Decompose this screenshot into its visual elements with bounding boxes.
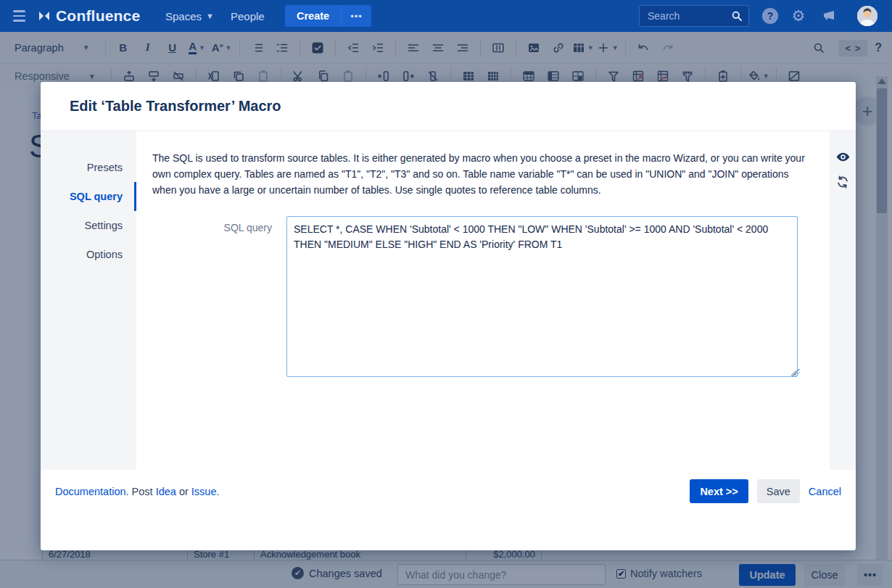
preview-eye-icon[interactable]: [835, 149, 851, 165]
tab-presets[interactable]: Presets: [41, 153, 136, 182]
confluence-logo-icon: [38, 9, 51, 22]
nav-people[interactable]: People: [231, 0, 265, 32]
dialog-tab-list: Presets SQL query Settings Options: [41, 131, 136, 470]
sql-description-text: The SQL is used to transform source tabl…: [152, 150, 812, 198]
next-button[interactable]: Next >>: [690, 479, 748, 503]
tab-sql-query[interactable]: SQL query: [41, 182, 136, 211]
dialog-side-toolbar: [830, 131, 856, 470]
dialog-title: Edit ‘Table Transformer’ Macro: [70, 98, 827, 115]
confluence-app: Confluence Spaces▼ People Create ••• ? ⚙…: [0, 0, 892, 588]
tab-settings[interactable]: Settings: [41, 211, 136, 240]
issue-link[interactable]: Issue: [191, 486, 217, 497]
refresh-icon[interactable]: [835, 174, 851, 190]
cancel-button[interactable]: Cancel: [809, 486, 841, 497]
dialog-header: Edit ‘Table Transformer’ Macro: [41, 82, 856, 131]
chevron-down-icon: ▼: [206, 12, 214, 20]
settings-gear-icon[interactable]: ⚙: [790, 8, 806, 24]
macro-edit-dialog: Edit ‘Table Transformer’ Macro Presets S…: [41, 82, 856, 550]
logo-text: Confluence: [56, 7, 140, 25]
save-button[interactable]: Save: [757, 479, 800, 503]
confluence-logo[interactable]: Confluence: [38, 0, 140, 32]
idea-link[interactable]: Idea: [156, 486, 176, 497]
hamburger-menu-icon[interactable]: [13, 0, 25, 32]
sql-query-textarea[interactable]: SELECT *, CASE WHEN 'Subtotal' < 1000 TH…: [286, 216, 798, 377]
create-more-button[interactable]: •••: [341, 5, 371, 27]
dialog-footer: Documentation. Post Idea or Issue. Next …: [41, 470, 856, 550]
search-box[interactable]: [639, 5, 749, 27]
top-navbar: Confluence Spaces▼ People Create ••• ? ⚙: [0, 0, 892, 32]
search-icon[interactable]: [731, 10, 743, 22]
tab-options[interactable]: Options: [41, 240, 136, 269]
search-input[interactable]: [648, 10, 731, 22]
sql-query-label: SQL query: [152, 216, 272, 377]
user-avatar[interactable]: [857, 6, 877, 26]
footer-links: Documentation. Post Idea or Issue.: [55, 486, 220, 497]
help-icon[interactable]: ?: [762, 8, 778, 24]
nav-spaces[interactable]: Spaces▼: [165, 0, 214, 32]
announcement-megaphone-icon[interactable]: [822, 8, 838, 24]
create-button[interactable]: Create: [285, 5, 341, 27]
documentation-link[interactable]: Documentation: [55, 486, 126, 497]
